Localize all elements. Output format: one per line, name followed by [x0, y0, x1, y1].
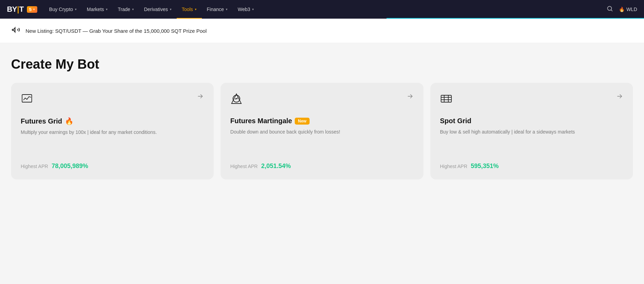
- card-apr: Highest APR 78,005,989%: [21, 163, 204, 170]
- announcement-bar: New Listing: SQT/USDT — Grab Your Share …: [0, 19, 644, 43]
- nav-chevron-icon: ▼: [252, 8, 254, 11]
- apr-value: 595,351%: [471, 163, 499, 170]
- navbar: BY|T 5 ▼ Buy Crypto▼Markets▼Trade▼Deriva…: [0, 0, 644, 19]
- card-top: [230, 92, 413, 107]
- nav-chevron-icon: ▼: [75, 8, 77, 11]
- nav-label: Derivatives: [144, 7, 168, 12]
- bot-card-futures-grid[interactable]: Futures Grid 🔥 Multiply your earnings by…: [11, 83, 214, 179]
- nav-item-web3[interactable]: Web3▼: [233, 0, 259, 19]
- apr-label: Highest APR: [230, 164, 257, 169]
- nav-item-buy-crypto[interactable]: Buy Crypto▼: [44, 0, 82, 19]
- nav-item-trade[interactable]: Trade▼: [113, 0, 139, 19]
- card-arrow-icon: [616, 92, 623, 102]
- cards-row: Futures Grid 🔥 Multiply your earnings by…: [11, 83, 633, 179]
- nav-right: 🔥 WLD: [606, 5, 637, 14]
- announcement-text: New Listing: SQT/USDT — Grab Your Share …: [26, 28, 207, 34]
- card-title-text: Futures Martingale: [230, 117, 292, 125]
- megaphone-icon: [11, 25, 21, 37]
- fire-icon: 🔥: [65, 117, 74, 125]
- svg-rect-8: [441, 95, 451, 102]
- nav-item-markets[interactable]: Markets▼: [82, 0, 113, 19]
- card-title-text: Spot Grid: [440, 117, 471, 125]
- nav-item-finance[interactable]: Finance▼: [202, 0, 233, 19]
- card-title: Futures Martingale New: [230, 117, 413, 125]
- card-arrow-icon: [196, 92, 204, 102]
- card-description: Buy low & sell high automatically | idea…: [440, 128, 623, 136]
- card-description: Multiply your earnings by 100x | ideal f…: [21, 129, 204, 136]
- card-top: [440, 92, 623, 107]
- nav-chevron-icon: ▼: [105, 8, 108, 11]
- bot-card-spot-grid[interactable]: Spot Grid Buy low & sell high automatica…: [430, 83, 633, 179]
- page-title: Create My Bot: [11, 57, 633, 72]
- nav-chevron-icon: ▼: [194, 8, 197, 11]
- badge-label: 5: [29, 7, 31, 12]
- svg-rect-2: [22, 95, 32, 102]
- apr-label: Highest APR: [21, 164, 48, 169]
- new-badge: New: [295, 118, 310, 125]
- svg-line-1: [611, 10, 613, 11]
- spot-grid-icon: [440, 92, 452, 107]
- nav-label: Web3: [238, 7, 250, 12]
- nav-label: Finance: [207, 7, 224, 12]
- card-title: Spot Grid: [440, 117, 623, 125]
- fire-icon: 🔥: [619, 7, 625, 12]
- card-description: Double down and bounce back quickly from…: [230, 128, 413, 136]
- futures-martingale-icon: [230, 92, 243, 107]
- card-title-text: Futures Grid: [21, 117, 62, 125]
- main-content: Create My Bot Futures Grid: [0, 43, 644, 200]
- futures-grid-icon: [21, 92, 33, 107]
- logo[interactable]: BY|T: [7, 5, 23, 14]
- nav-label: Buy Crypto: [49, 7, 73, 12]
- card-top: [21, 92, 204, 107]
- card-title: Futures Grid 🔥: [21, 117, 204, 125]
- nav-chevron-icon: ▼: [225, 8, 228, 11]
- nav-item-tools[interactable]: Tools▼: [177, 0, 202, 19]
- nav-chevron-icon: ▼: [131, 8, 134, 11]
- nav-label: Tools: [182, 7, 193, 12]
- badge-5[interactable]: 5 ▼: [27, 6, 37, 13]
- nav-label: Trade: [118, 7, 130, 12]
- apr-value: 78,005,989%: [51, 163, 88, 170]
- card-apr: Highest APR 595,351%: [440, 163, 623, 170]
- svg-point-0: [607, 6, 612, 10]
- search-button[interactable]: [606, 5, 613, 14]
- card-apr: Highest APR 2,051.54%: [230, 163, 413, 170]
- nav-chevron-icon: ▼: [169, 8, 172, 11]
- nav-label: Markets: [87, 7, 104, 12]
- apr-value: 2,051.54%: [261, 163, 291, 170]
- badge-chevron-icon: ▼: [32, 8, 35, 11]
- nav-item-derivatives[interactable]: Derivatives▼: [139, 0, 177, 19]
- bot-card-futures-martingale[interactable]: Futures Martingale New Double down and b…: [221, 83, 423, 179]
- card-arrow-icon: [406, 92, 414, 102]
- wld-badge[interactable]: 🔥 WLD: [619, 7, 637, 12]
- apr-label: Highest APR: [440, 164, 467, 169]
- nav-items: Buy Crypto▼Markets▼Trade▼Derivatives▼Too…: [44, 0, 259, 19]
- wld-label: WLD: [626, 7, 637, 12]
- logo-bar: |: [17, 5, 19, 14]
